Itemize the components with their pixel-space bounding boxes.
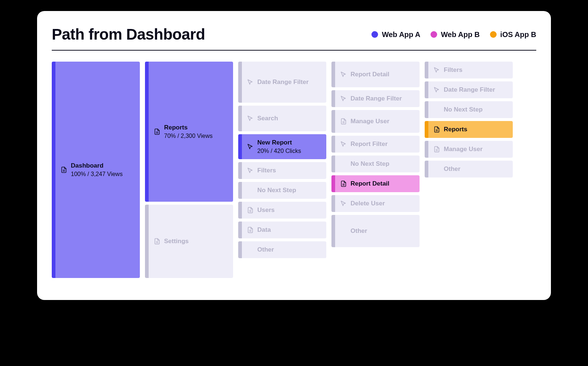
- path-node[interactable]: Filters: [425, 62, 513, 78]
- node-label: Date Range Filter: [351, 95, 402, 103]
- node-name: Date Range Filter: [257, 78, 309, 86]
- node-name: Reports: [164, 124, 213, 132]
- node-bar: [331, 215, 335, 247]
- legend: Web App AWeb App BiOS App B: [371, 30, 536, 39]
- node-label: Search: [257, 114, 278, 122]
- path-node[interactable]: No Next Step: [238, 182, 326, 199]
- path-node[interactable]: Date Range Filter: [238, 62, 326, 103]
- path-node[interactable]: Manage User: [425, 141, 513, 158]
- node-content: Other: [335, 215, 420, 247]
- node-label: Dashboard100% / 3,247 Views: [71, 162, 123, 178]
- node-content: Data: [242, 222, 326, 238]
- node-bar: [238, 62, 242, 103]
- path-node[interactable]: Report Detail: [331, 62, 420, 87]
- cursor-icon: [247, 167, 254, 174]
- path-node[interactable]: Reports: [425, 121, 513, 138]
- node-stat: 20% / 420 Clicks: [257, 147, 301, 155]
- path-column: Dashboard100% / 3,247 Views: [52, 62, 140, 278]
- node-bar: [425, 121, 428, 138]
- node-bar: [331, 110, 335, 133]
- node-content: Filters: [428, 62, 513, 78]
- node-bar: [425, 81, 428, 98]
- node-label: Delete User: [351, 200, 385, 208]
- node-stat: 70% / 2,300 Views: [164, 132, 213, 140]
- path-node[interactable]: Date Range Filter: [425, 81, 513, 98]
- legend-label: iOS App B: [500, 30, 536, 39]
- legend-item[interactable]: iOS App B: [490, 30, 536, 39]
- node-bar: [238, 182, 242, 199]
- node-bar: [425, 141, 428, 158]
- node-name: Manage User: [444, 145, 483, 153]
- node-content: Report Detail: [335, 175, 420, 192]
- node-name: Reports: [444, 125, 467, 133]
- path-node[interactable]: Settings: [145, 205, 233, 278]
- node-bar: [238, 134, 242, 159]
- path-node[interactable]: Other: [238, 241, 326, 258]
- legend-label: Web App B: [441, 30, 480, 39]
- node-name: Date Range Filter: [351, 95, 402, 103]
- path-column: Date Range FilterSearchNew Report20% / 4…: [238, 62, 326, 258]
- path-node[interactable]: No Next Step: [425, 101, 513, 118]
- path-flow: Dashboard100% / 3,247 ViewsReports70% / …: [52, 62, 536, 282]
- node-name: Other: [444, 165, 460, 173]
- document-icon: [340, 118, 347, 125]
- node-name: Other: [257, 246, 274, 254]
- node-label: Filters: [444, 66, 462, 74]
- legend-swatch: [371, 31, 378, 38]
- node-bar: [145, 205, 149, 278]
- node-bar: [331, 136, 335, 153]
- node-name: Settings: [164, 237, 189, 245]
- node-content: No Next Step: [335, 155, 420, 172]
- path-node[interactable]: Delete User: [331, 195, 420, 212]
- node-label: Filters: [257, 166, 276, 175]
- node-bar: [238, 222, 242, 238]
- node-bar: [425, 161, 428, 177]
- node-content: Settings: [149, 205, 233, 278]
- node-label: Users: [257, 206, 275, 214]
- node-label: Reports: [444, 125, 467, 133]
- path-node[interactable]: Date Range Filter: [331, 90, 420, 107]
- node-bar: [331, 155, 335, 172]
- node-name: No Next Step: [351, 160, 389, 168]
- path-node[interactable]: Other: [331, 215, 420, 247]
- chart-title: Path from Dashboard: [52, 26, 205, 43]
- path-node[interactable]: Report Filter: [331, 136, 420, 153]
- path-node[interactable]: Dashboard100% / 3,247 Views: [52, 62, 140, 278]
- cursor-icon: [340, 200, 347, 207]
- cursor-icon: [247, 143, 254, 150]
- legend-swatch: [431, 31, 437, 38]
- node-name: Delete User: [351, 200, 385, 208]
- legend-swatch: [490, 31, 497, 38]
- path-node[interactable]: Other: [425, 161, 513, 177]
- path-node[interactable]: No Next Step: [331, 155, 420, 172]
- node-name: New Report: [257, 139, 301, 147]
- node-bar: [238, 162, 242, 179]
- node-content: No Next Step: [242, 182, 326, 199]
- node-content: No Next Step: [428, 101, 513, 118]
- legend-item[interactable]: Web App A: [371, 30, 420, 39]
- node-content: Other: [428, 161, 513, 177]
- path-node[interactable]: Users: [238, 202, 326, 219]
- path-node[interactable]: Manage User: [331, 110, 420, 133]
- path-node[interactable]: Data: [238, 222, 326, 238]
- node-content: Date Range Filter: [335, 90, 420, 107]
- node-name: Date Range Filter: [444, 86, 495, 94]
- legend-item[interactable]: Web App B: [431, 30, 480, 39]
- path-node[interactable]: Report Detail: [331, 175, 420, 192]
- path-node[interactable]: New Report20% / 420 Clicks: [238, 134, 326, 159]
- node-content: Date Range Filter: [428, 81, 513, 98]
- path-node[interactable]: Search: [238, 106, 326, 131]
- node-label: Manage User: [444, 145, 483, 153]
- node-content: Other: [242, 241, 326, 258]
- path-node[interactable]: Reports70% / 2,300 Views: [145, 62, 233, 202]
- node-label: No Next Step: [444, 106, 483, 114]
- node-label: Report Detail: [351, 70, 389, 78]
- node-name: No Next Step: [257, 186, 296, 194]
- node-name: Manage User: [351, 117, 389, 125]
- node-label: Other: [257, 246, 274, 254]
- node-name: Users: [257, 206, 275, 214]
- path-node[interactable]: Filters: [238, 162, 326, 179]
- node-bar: [52, 62, 55, 278]
- chart-card: Path from Dashboard Web App AWeb App BiO…: [37, 11, 551, 300]
- node-bar: [238, 241, 242, 258]
